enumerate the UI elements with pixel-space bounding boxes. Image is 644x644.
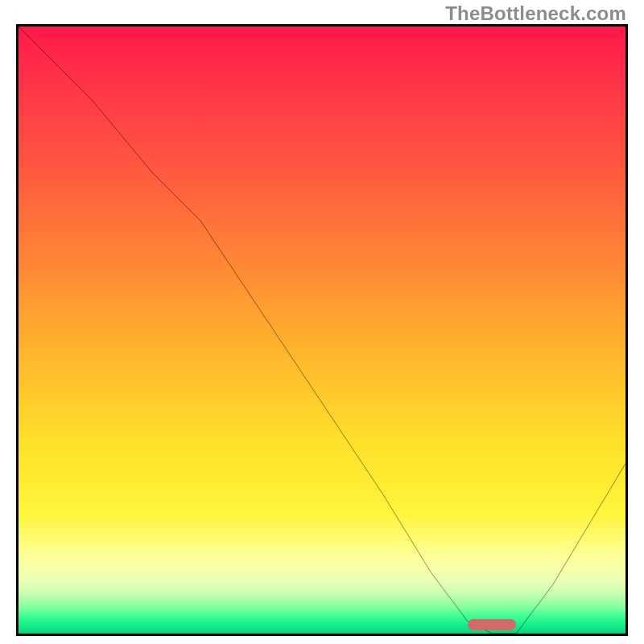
watermark-text: TheBottleneck.com — [445, 2, 626, 25]
chart-gradient-background — [19, 27, 625, 634]
chart-frame — [16, 24, 628, 636]
optimal-zone-marker — [468, 619, 516, 630]
